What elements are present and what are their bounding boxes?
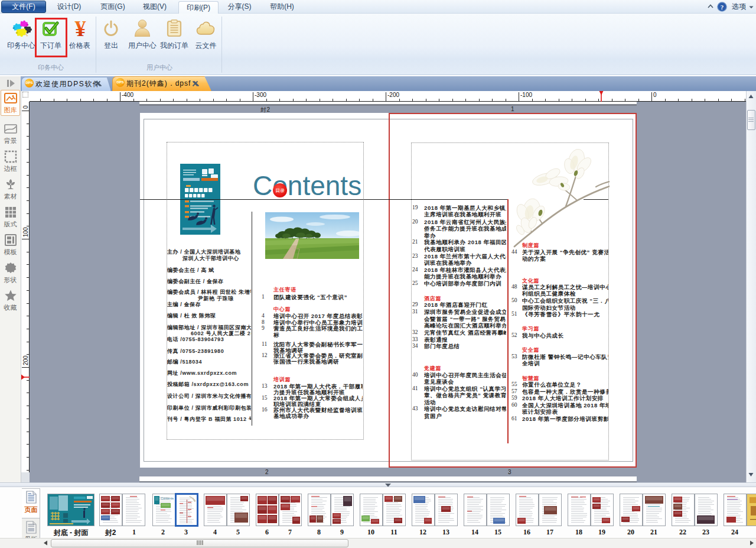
svg-text:¥: ¥ <box>75 18 86 39</box>
svg-text:Contents: Contents <box>161 497 174 500</box>
svg-text:?: ? <box>721 3 724 10</box>
